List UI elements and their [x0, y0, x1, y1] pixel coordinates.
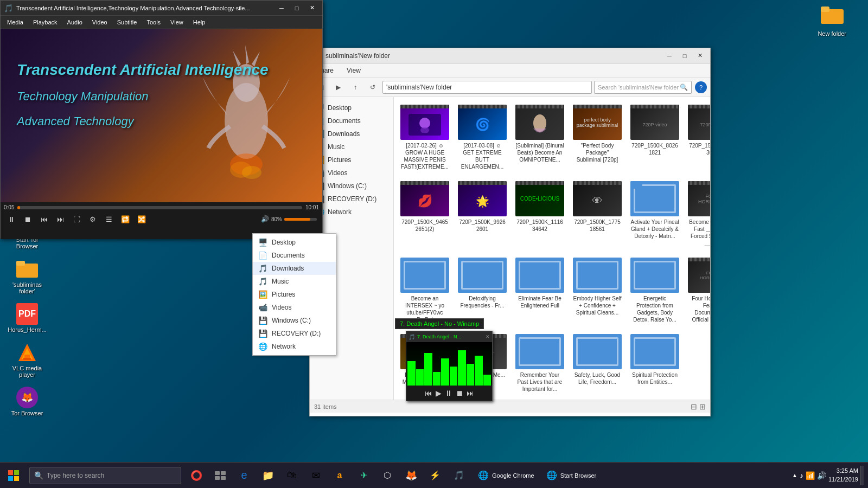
file-item-16[interactable]: Embody Higher Self + Confidence + Spirit… — [571, 254, 624, 326]
explorer-view-tiles-icon[interactable]: ⊞ — [699, 402, 706, 411]
taskbar-task-view-icon[interactable] — [209, 465, 231, 486]
vlc-menu-audio[interactable]: Audio — [63, 18, 87, 27]
vlc-loop-btn[interactable]: 🔁 — [118, 213, 133, 226]
file-item-22[interactable]: Safety, Luck, Good Life, Freedom... — [571, 331, 624, 396]
desktop-icon-subliminals[interactable]: 'subliminas folder' — [5, 256, 49, 297]
taskbar-clock[interactable]: 3:25 AM 11/21/2019 — [828, 467, 858, 484]
explorer-refresh-btn[interactable]: ↺ — [365, 80, 380, 94]
vlc-seekbar[interactable] — [17, 206, 302, 209]
taskbar-tripadvisor-icon[interactable]: ✈ — [353, 465, 374, 486]
quick-nav-pictures[interactable]: 🖼️ Pictures — [253, 288, 336, 301]
vlc-playlist-btn[interactable]: ☰ — [101, 213, 117, 226]
vlc-stop-btn[interactable]: ⏹ — [20, 213, 35, 226]
file-item-15[interactable]: Eliminate Fear Be Enlightened Full — [513, 254, 566, 326]
winamp-prev-btn[interactable]: ⏮ — [425, 389, 432, 397]
vlc-fullscreen-btn[interactable]: ⛶ — [69, 213, 84, 226]
winamp-next-btn[interactable]: ⏭ — [467, 389, 474, 397]
desktop-icon-horus[interactable]: PDF Horus_Herm... — [5, 301, 49, 335]
winamp-header[interactable]: 🎵 7. Death Angel - N... ✕ — [406, 331, 492, 342]
quick-nav-music[interactable]: 🎵 Music — [253, 275, 336, 288]
taskbar-ubisoft-icon[interactable]: ⬡ — [376, 465, 398, 486]
explorer-address-bar[interactable]: 'subliminals'New folder — [382, 81, 592, 94]
vlc-titlebar[interactable]: 🎵 Transcendent Artificial Intelligence,T… — [1, 1, 322, 16]
quick-nav-recovery-d[interactable]: 💾 RECOVERY (D:) — [253, 327, 336, 340]
file-item-8[interactable]: 🌟 720P_1500K_9926 2601 — [456, 178, 509, 250]
file-item-17[interactable]: Energetic Protection from Gadgets, Body … — [628, 254, 681, 326]
vlc-play-pause-btn[interactable]: ⏸ — [4, 213, 19, 226]
desktop-icon-vlc[interactable]: VLC media player — [5, 339, 49, 380]
taskbar-volume-icon[interactable]: 🔊 — [817, 471, 826, 480]
taskbar-network-icon[interactable]: 📶 — [806, 471, 815, 480]
explorer-minimize-btn[interactable]: ─ — [662, 50, 676, 61]
file-item-5[interactable]: 720P video 720P_1500K_8026 1821 — [628, 101, 681, 174]
file-item-4[interactable]: perfect body package subliminal "Perfect… — [571, 101, 624, 174]
taskbar-flash-icon[interactable]: ⚡ — [424, 465, 446, 486]
file-item-13[interactable]: Become an INTERSEX ~ yo utu.be/FFY0wc Pm… — [398, 254, 451, 326]
vlc-extended-btn[interactable]: ⚙ — [85, 213, 100, 226]
taskbar-firefox-icon[interactable]: 🦊 — [400, 465, 422, 486]
file-item-9[interactable]: CODE•LICIOUS 720P_1500K_1116 34642 — [513, 178, 566, 250]
file-item-2[interactable]: 🌀 [2017-03-08] ☺ GET EXTREME BUTT ENLARG… — [456, 101, 509, 174]
file-item-21[interactable]: Remember Your Past Lives that are Import… — [513, 331, 566, 396]
explorer-close-btn[interactable]: ✕ — [693, 50, 707, 61]
vlc-close-btn[interactable]: ✕ — [305, 3, 319, 14]
quick-nav-downloads[interactable]: 🎵 Downloads — [253, 262, 336, 275]
taskbar-search-box[interactable]: 🔍 Type here to search — [29, 467, 181, 484]
taskbar-vlc-taskbar-icon[interactable]: 🎵 — [448, 465, 470, 486]
quick-nav-documents[interactable]: 📄 Documents — [253, 249, 336, 262]
winamp-play-btn[interactable]: ▶ — [436, 389, 442, 397]
vlc-shuffle-btn[interactable]: 🔀 — [134, 213, 149, 226]
file-item-3[interactable]: [Subliminal] (Binural Beats) Become An O… — [513, 101, 566, 174]
vlc-next-btn[interactable]: ⏭ — [53, 213, 68, 226]
vlc-volume-bar[interactable] — [284, 218, 317, 221]
vlc-menu-playback[interactable]: Playback — [29, 18, 62, 27]
explorer-view-details-icon[interactable]: ⊟ — [691, 402, 697, 411]
file-item-12[interactable]: FOUR HORSEMEN Become a Pornstar Fast __ … — [686, 178, 710, 250]
taskbar-tray-expand-icon[interactable]: ▲ — [792, 472, 797, 478]
quick-nav-windows-c[interactable]: 💾 Windows (C:) — [253, 314, 336, 327]
explorer-up-btn[interactable]: ↑ — [348, 80, 363, 94]
vlc-minimize-btn[interactable]: ─ — [275, 3, 289, 14]
taskbar-amazon-icon[interactable]: a — [329, 465, 350, 486]
taskbar-mail-icon[interactable]: ✉ — [305, 465, 327, 486]
taskbar-store-icon[interactable]: 🛍 — [281, 465, 303, 486]
quick-nav-network[interactable]: 🌐 Network — [253, 340, 336, 353]
new-folder-top-right[interactable]: New folder — [818, 5, 846, 37]
explorer-menu-view[interactable]: View — [344, 66, 363, 75]
file-item-23[interactable]: Spiritual Protection from Entities... — [628, 331, 681, 396]
taskbar-cortana-icon[interactable]: ⭕ — [186, 465, 207, 486]
vlc-progress-bar[interactable]: 0:05 10:01 — [4, 204, 319, 210]
taskbar-program-browser[interactable]: 🌐 Start Browser — [540, 465, 605, 486]
winamp-stop-btn[interactable]: ⏹ — [456, 389, 463, 397]
quick-nav-desktop[interactable]: 🖥️ Desktop — [253, 236, 336, 249]
file-item-18[interactable]: FOUR HORSEMEN Four Horsemen - Feature Do… — [686, 254, 710, 326]
taskbar-start-btn[interactable] — [0, 463, 27, 489]
explorer-maximize-btn[interactable]: □ — [678, 50, 692, 61]
winamp-close-icon[interactable]: ✕ — [486, 334, 490, 339]
desktop-icon-tor-browser[interactable]: 🦊 Tor Browser — [5, 384, 49, 419]
vlc-menu-video[interactable]: Video — [88, 18, 112, 27]
explorer-search-box[interactable]: Search 'subliminals'New folder 🔍 — [594, 81, 692, 94]
winamp-pause-btn[interactable]: ⏸ — [445, 389, 452, 397]
explorer-titlebar[interactable]: 📁 subliminals'New folder ─ □ ✕ — [310, 48, 710, 63]
explorer-forward-btn[interactable]: ▶ — [330, 80, 346, 94]
taskbar-program-chrome[interactable]: 🌐 Google Chrome — [472, 465, 540, 486]
quick-nav-videos[interactable]: 📹 Videos — [253, 301, 336, 314]
vlc-menu-media[interactable]: Media — [3, 18, 28, 27]
vlc-prev-btn[interactable]: ⏮ — [36, 213, 52, 226]
file-item-14[interactable]: Detoxifying Frequencies - Fr... — [456, 254, 509, 326]
vlc-menu-view[interactable]: View — [166, 18, 188, 27]
vlc-maximize-btn[interactable]: □ — [290, 3, 304, 14]
file-item-1[interactable]: [2017-02-26] ☺ GROW A HUGE MASSIVE PENIS… — [398, 101, 451, 174]
taskbar-edge-icon[interactable]: e — [233, 465, 255, 486]
file-item-10[interactable]: 👁 720P_1500K_1775 18561 — [571, 178, 624, 250]
taskbar-file-explorer-icon[interactable]: 📁 — [257, 465, 279, 486]
vlc-menu-subtitle[interactable]: Subtitle — [113, 18, 142, 27]
vlc-menu-tools[interactable]: Tools — [142, 18, 165, 27]
vlc-video-area[interactable]: Transcendent Artificial Intelligence Tec… — [1, 29, 322, 202]
file-item-7[interactable]: 💋 720P_1500K_9465 2651(2) — [398, 178, 451, 250]
taskbar-show-desktop-btn[interactable] — [860, 466, 864, 485]
file-item-6[interactable]: 720P video 720P_1500K_8455 3661 — [686, 101, 710, 174]
vlc-menu-help[interactable]: Help — [189, 18, 210, 27]
taskbar-winamp-tray-icon[interactable]: ♪ — [800, 471, 803, 480]
